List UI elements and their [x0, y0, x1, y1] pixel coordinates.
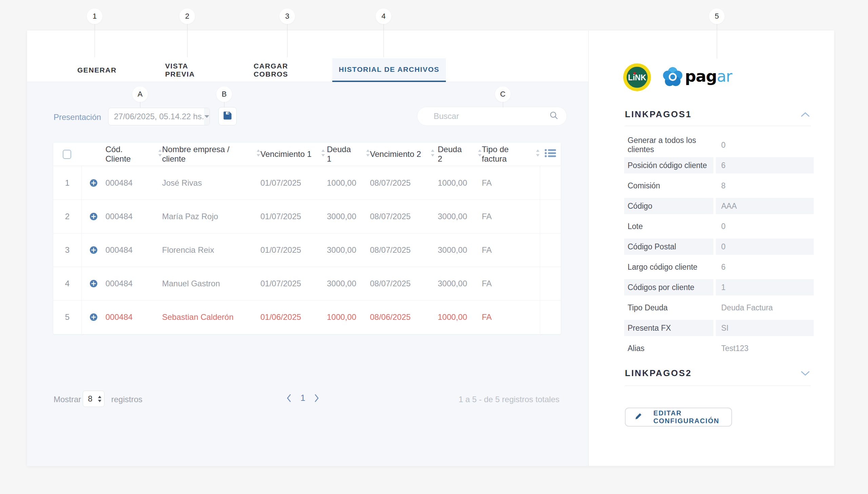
table-row[interactable]: 4 000484 Manuel Gastron 01/07/2025 3000,… [53, 267, 561, 300]
cell-tipo-factura: FA [482, 212, 540, 221]
column-header-vencimiento-2[interactable]: Vencimiento 2 [370, 149, 438, 159]
table-row[interactable]: 1 000484 José Rivas 01/07/2025 1000,00 0… [53, 166, 561, 200]
editar-configuracion-button[interactable]: EDITAR CONFIGURACIÓN [625, 407, 732, 426]
cell-vencimiento-2: 08/07/2025 [370, 279, 438, 288]
config-field-row: Largo código cliente 6 [589, 257, 834, 277]
presentacion-dropdown[interactable]: 27/06/2025, 05.14.22 hs. [108, 108, 210, 125]
callout-line [224, 102, 224, 108]
step-annotation-5: 5 [709, 8, 724, 24]
presentacion-selected-value: 27/06/2025, 05.14.22 hs. [109, 112, 204, 121]
stepper-arrows-icon[interactable] [97, 396, 104, 402]
config-field-label: Lote [624, 218, 714, 234]
column-header-tipo-factura[interactable]: Tipo de factura [482, 145, 540, 164]
row-number: 5 [53, 301, 82, 334]
table-header-row: Cód. Cliente Nombre empresa / cliente Ve… [53, 142, 561, 166]
chevron-down-icon [204, 108, 209, 125]
cell-nombre: Manuel Gastron [162, 279, 260, 288]
pagar-text-blue: ar [717, 67, 732, 86]
expand-row-button[interactable] [90, 179, 98, 187]
previous-page-icon[interactable] [286, 394, 292, 402]
row-end-cell [540, 267, 561, 300]
app-card: GENERAR VISTA PREVIA CARGAR COBROS HISTO… [27, 31, 834, 466]
sort-arrows-icon[interactable] [366, 149, 370, 159]
pagar-text-black: pag [685, 67, 717, 86]
step-annotation-1: 1 [87, 8, 103, 24]
sort-arrows-icon[interactable] [431, 149, 435, 159]
config-field-row: Generar a todos los clientes 0 [589, 135, 834, 155]
cell-vencimiento-1: 01/07/2025 [260, 178, 327, 188]
config-field-value: 6 [716, 157, 814, 173]
page-number[interactable]: 1 [300, 393, 305, 403]
mostrar-label: Mostrar [54, 395, 81, 404]
tab-generar[interactable]: GENERAR [77, 58, 117, 82]
sort-arrows-icon[interactable] [478, 149, 482, 159]
cell-cod-cliente: 000484 [106, 212, 162, 221]
config-field-value: AAA [716, 198, 814, 214]
expand-row-button[interactable] [90, 212, 98, 221]
column-settings-button[interactable] [540, 148, 561, 160]
column-header-vencimiento-1[interactable]: Vencimiento 1 [260, 149, 327, 159]
column-header-deuda-1[interactable]: Deuda 1 [327, 145, 370, 164]
cell-nombre: Sebastian Calderón [162, 312, 260, 322]
config-field-value: 6 [716, 259, 814, 275]
next-page-icon[interactable] [314, 394, 319, 402]
config-field-row: Tipo Deuda Deuda Factura [589, 298, 834, 318]
divider [625, 126, 811, 126]
search-container [417, 107, 567, 126]
config-field-row: Alias Test123 [589, 338, 834, 359]
select-all-checkbox[interactable] [63, 150, 71, 159]
sort-arrows-icon[interactable] [321, 149, 325, 159]
search-icon[interactable] [549, 111, 559, 122]
section-title-linkpagos1[interactable]: LINKPAGOS1 [625, 109, 692, 120]
sort-arrows-icon[interactable] [256, 149, 260, 159]
pagination-bar: Mostrar 8 registros 1 [27, 385, 588, 416]
search-input[interactable] [418, 112, 549, 121]
cell-tipo-factura: FA [482, 178, 540, 188]
cell-vencimiento-1: 01/06/2025 [260, 312, 327, 322]
column-header-cod-cliente[interactable]: Cód. Cliente [106, 145, 162, 164]
floppy-disk-icon [223, 111, 232, 122]
cell-vencimiento-1: 01/07/2025 [260, 279, 327, 288]
expand-row-button[interactable] [90, 246, 98, 254]
chevron-down-icon[interactable] [800, 370, 810, 377]
cell-vencimiento-1: 01/07/2025 [260, 245, 327, 255]
table-row[interactable]: 5 000484 Sebastian Calderón 01/06/2025 1… [53, 300, 561, 334]
callout-line [717, 24, 717, 59]
list-icon [544, 148, 556, 160]
expand-row-button[interactable] [90, 280, 98, 288]
tab-historial-de-archivos[interactable]: HISTORIAL DE ARCHIVOS [332, 58, 446, 82]
save-button[interactable] [218, 107, 237, 125]
svg-text:LiNK: LiNK [628, 73, 646, 82]
sort-arrows-icon[interactable] [158, 149, 162, 159]
chevron-up-icon[interactable] [800, 112, 810, 119]
cell-deuda-2: 1000,00 [438, 312, 482, 322]
tab-bar: GENERAR VISTA PREVIA CARGAR COBROS HISTO… [27, 31, 588, 82]
config-field-label: Largo código cliente [624, 259, 714, 275]
config-field-row: Códigos por cliente 1 [589, 277, 834, 298]
config-panel: LiNK pagar LINKPAGOS1 [588, 31, 834, 466]
table-body: 1 000484 José Rivas 01/07/2025 1000,00 0… [53, 166, 561, 334]
tab-vista-previa[interactable]: VISTA PREVIA [165, 58, 216, 82]
tab-cargar-cobros[interactable]: CARGAR COBROS [254, 58, 317, 82]
config-field-label: Comisión [624, 177, 714, 194]
column-header-deuda-2[interactable]: Deuda 2 [438, 145, 482, 164]
sort-arrows-icon[interactable] [536, 149, 540, 159]
cell-cod-cliente: 000484 [106, 245, 162, 255]
row-end-cell [540, 233, 561, 267]
callout-line [95, 24, 95, 57]
callout-line [140, 102, 141, 108]
expand-row-button[interactable] [90, 313, 98, 321]
page-size-stepper[interactable]: 8 [83, 391, 105, 407]
row-number: 4 [53, 267, 82, 300]
section-title-linkpagos2[interactable]: LINKPAGOS2 [625, 368, 692, 378]
table-row[interactable]: 3 000484 Florencia Reix 01/07/2025 3000,… [53, 233, 561, 267]
editar-configuracion-label: EDITAR CONFIGURACIÓN [653, 409, 731, 425]
column-header-nombre[interactable]: Nombre empresa / cliente [162, 145, 260, 164]
registros-label: registros [111, 395, 143, 404]
config-field-label: Códigos por cliente [624, 279, 714, 296]
cell-tipo-factura: FA [482, 245, 540, 255]
cell-deuda-2: 3000,00 [438, 212, 482, 221]
presentacion-label: Presentación [54, 113, 101, 122]
cell-nombre: María Paz Rojo [162, 212, 260, 221]
table-row[interactable]: 2 000484 María Paz Rojo 01/07/2025 3000,… [53, 200, 561, 233]
